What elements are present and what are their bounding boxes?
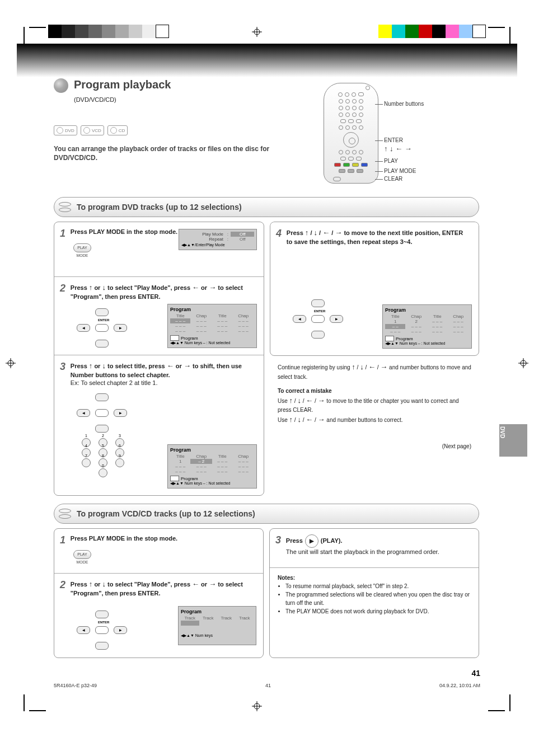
disc-vcd-icon: VCD: [81, 125, 104, 135]
step-a4-tail: Continue registering by using ↑ / ↓ / ← …: [270, 356, 479, 456]
registration-mark-icon: [6, 358, 16, 368]
callout-enter: ENTER: [384, 137, 434, 143]
disc-icons: DVD VCD CD: [54, 125, 128, 135]
next-page-hint: (Next page): [278, 442, 471, 450]
section-b-title: To program VCD/CD tracks (up to 12 selec…: [77, 509, 255, 518]
callout-playmode: PLAY MODE: [384, 168, 416, 174]
playmode-button-icon: PLAYMODE: [73, 550, 91, 559]
dpad-icon: ENTER◀▶: [77, 308, 127, 348]
playmode-button-icon: PLAYMODE: [73, 243, 91, 252]
osd-program: Program TitleChapTitleChap 1– 2– – –– – …: [167, 444, 257, 489]
section-a-title: To program DVD tracks (up to 12 selectio…: [77, 203, 242, 212]
grayscale-bar: [48, 25, 169, 38]
step-a2: 2 Press ↑ or ↓ to select "Play Mode", pr…: [54, 277, 264, 355]
section-a-right-col: 4 Press ↑ / ↓ / ← / → to move to the nex…: [270, 222, 479, 496]
osd-program: Program TitleChapTitleChap 12– – –– – – …: [382, 304, 472, 349]
step-a4: 4 Press ↑ / ↓ / ← / → to move to the nex…: [270, 222, 479, 356]
step-a1: 1 Press PLAY MODE in the stop mode. PLAY…: [54, 222, 264, 277]
header-gradient: [17, 44, 517, 77]
section-b-left-col: 1 Press PLAY MODE in the stop mode. PLAY…: [54, 528, 264, 658]
section-a-left-col: 1 Press PLAY MODE in the stop mode. PLAY…: [54, 222, 264, 496]
osd-playmode: Play Mode:Off Repeat:Off ◀▶▲▼/Enter/Play…: [179, 229, 257, 250]
callout-number-buttons: Number buttons: [384, 101, 424, 107]
remote-illustration: [324, 83, 378, 184]
color-bar: [378, 25, 486, 38]
registration-mark-icon: [252, 701, 262, 711]
callout-clear: CLEAR: [384, 176, 402, 182]
registration-mark-icon: [518, 358, 528, 368]
section-b-right-col: 3 Press▶(PLAY).The unit will start the p…: [269, 528, 479, 658]
disc-icon: [59, 201, 71, 213]
dpad-icon: ◀▶: [77, 393, 127, 433]
step-b3: 3 Press▶(PLAY).The unit will start the p…: [270, 529, 479, 568]
dpad-icon: ENTER◀▶: [293, 299, 343, 339]
page-title: Program playback: [54, 78, 479, 93]
footer: 5R4160A-E p32-49 41 04.9.22, 10:01 AM: [54, 683, 480, 688]
section-a-bar: To program DVD tracks (up to 12 selectio…: [54, 197, 479, 217]
osd-program: Program TitleChapTitleChap – – –– – –– –…: [167, 304, 257, 348]
footer-center: 41: [265, 683, 271, 688]
numpad-icon: [72, 438, 134, 478]
step-b2: 2 Press ↑ or ↓ to select "Play Mode", pr…: [54, 574, 263, 658]
footer-right: 04.9.22, 10:01 AM: [439, 683, 480, 688]
footer-left: 5R4160A-E p32-49: [54, 683, 97, 688]
disc-icon: [59, 508, 71, 520]
callout-play: PLAY: [384, 158, 398, 164]
dpad-icon: ENTER◀▶: [77, 611, 127, 650]
page-number: 41: [471, 669, 480, 678]
intro-text: You can arrange the playback order of tr…: [54, 144, 306, 162]
notes-block: Notes: To resume normal playback, select…: [270, 568, 479, 621]
play-icon: ▶: [305, 534, 318, 548]
disc-dvd-icon: DVD: [54, 125, 77, 135]
callout-arrows: ↑ ↓ ← →: [384, 144, 446, 153]
disc-cd-icon: CD: [107, 125, 128, 135]
bullet-icon: [54, 78, 68, 93]
step-b1: 1 Press PLAY MODE in the stop mode. PLAY…: [54, 529, 263, 574]
title-text: Program playback: [74, 78, 171, 91]
registration-mark-icon: [252, 27, 262, 37]
step-a3: 3 Press ↑ or ↓ to select title, press ← …: [54, 355, 264, 495]
osd-program: Program TrackTrackTrackTrack ◀▶▲▼ Num ke…: [178, 606, 256, 645]
section-b-bar: To program VCD/CD tracks (up to 12 selec…: [54, 504, 479, 524]
side-tab: DVD: [499, 424, 527, 457]
